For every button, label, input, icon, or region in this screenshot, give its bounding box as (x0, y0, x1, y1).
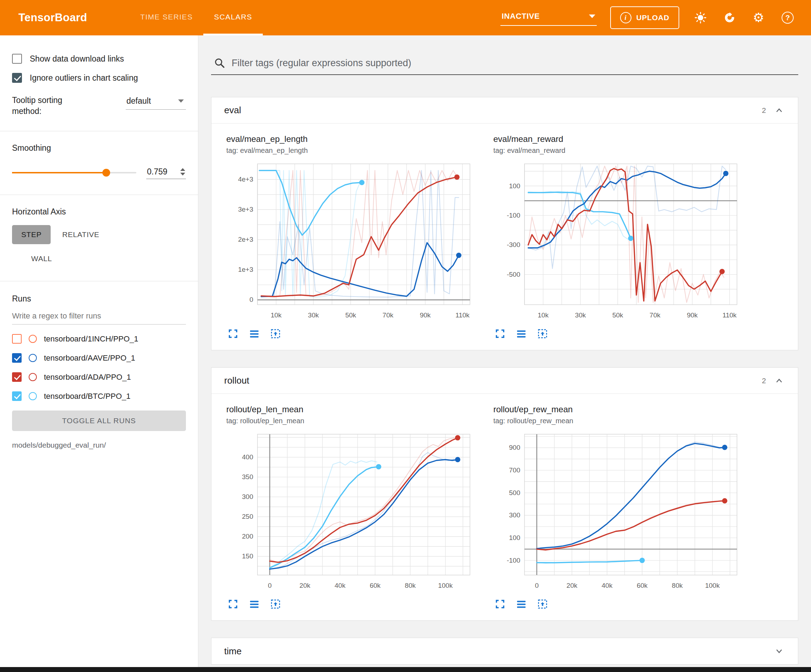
data-table-icon[interactable] (248, 328, 260, 340)
section-count: 2 (762, 106, 766, 115)
chart-title: eval/mean_ep_length (226, 134, 476, 144)
smoothing-slider-fill (12, 172, 106, 173)
svg-text:100k: 100k (705, 582, 720, 589)
show-download-links-checkbox[interactable] (12, 54, 22, 64)
collapse-chevron-icon[interactable] (773, 104, 785, 117)
tag-filter-input[interactable] (232, 58, 796, 69)
svg-text:30k: 30k (308, 311, 319, 319)
section-header[interactable]: eval 2 (211, 97, 798, 124)
smoothing-value-field[interactable]: 0.759 (146, 166, 186, 179)
axis-relative-button[interactable]: RELATIVE (53, 225, 109, 244)
tab-scalars[interactable]: SCALARS (203, 0, 263, 36)
smoothing-slider-knob[interactable] (102, 169, 110, 176)
app-header: TensorBoard TIME SERIES SCALARS INACTIVE… (0, 0, 811, 36)
svg-text:30k: 30k (575, 311, 586, 319)
ignore-outliers-checkbox[interactable] (12, 73, 22, 83)
svg-text:1e+3: 1e+3 (238, 266, 253, 273)
line-chart[interactable]: -100100300500700900020k40k60k80k100k (493, 428, 743, 595)
show-download-links-row[interactable]: Show data download links (12, 54, 186, 64)
svg-text:500: 500 (509, 489, 520, 496)
chart-eval-mean-ep-length: eval/mean_ep_length tag: eval/mean_ep_le… (226, 134, 476, 345)
runs-filter-input[interactable] (12, 306, 186, 325)
section-rollout: rollout 2 rollout/ep_len_mean tag: rollo… (211, 367, 798, 621)
fit-domain-icon[interactable] (270, 598, 282, 610)
toggle-all-runs-button[interactable]: TOGGLE ALL RUNS (12, 410, 186, 431)
info-icon: i (620, 12, 631, 24)
svg-text:150: 150 (242, 552, 253, 560)
checkbox-label: Ignore outliers in chart scaling (30, 73, 138, 83)
expand-chevron-icon[interactable] (773, 645, 785, 657)
svg-text:-500: -500 (507, 271, 520, 278)
fit-domain-icon[interactable] (270, 328, 282, 340)
search-icon (214, 58, 225, 69)
section-header[interactable]: rollout 2 (211, 368, 798, 394)
tooltip-sorting-dropdown[interactable]: default (126, 95, 186, 110)
run-row-ada[interactable]: tensorboard/ADA/PPO_1 (12, 372, 186, 382)
section-title: time (224, 646, 241, 657)
svg-text:-300: -300 (507, 241, 520, 249)
smoothing-label: Smoothing (12, 143, 186, 153)
svg-text:0: 0 (535, 582, 539, 589)
chart-rollout-ep-rew-mean: rollout/ep_rew_mean tag: rollout/ep_rew_… (493, 405, 743, 615)
run-row-aave[interactable]: tensorboard/AAVE/PPO_1 (12, 353, 186, 363)
data-table-icon[interactable] (248, 598, 260, 610)
run-color-swatch-icon (29, 373, 37, 381)
upload-button[interactable]: i UPLOAD (610, 7, 679, 29)
smoothing-slider[interactable] (12, 172, 136, 173)
smoothing-value: 0.759 (147, 167, 168, 176)
expand-chart-icon[interactable] (494, 328, 506, 340)
svg-text:250: 250 (242, 513, 253, 520)
checkbox-label: Show data download links (30, 54, 124, 64)
run-checkbox[interactable] (12, 391, 22, 401)
svg-text:50k: 50k (612, 311, 623, 319)
chart-tag: tag: eval/mean_ep_length (226, 147, 476, 155)
line-chart[interactable]: 100-100-300-50010k30k50k70k90k110k (493, 158, 743, 325)
fit-domain-icon[interactable] (536, 598, 548, 610)
expand-chart-icon[interactable] (494, 598, 506, 610)
chart-tag: tag: rollout/ep_rew_mean (493, 417, 743, 425)
run-checkbox[interactable] (12, 372, 22, 382)
svg-text:900: 900 (509, 444, 520, 451)
fit-domain-icon[interactable] (536, 328, 548, 340)
status-label: INACTIVE (502, 12, 540, 21)
run-row-btc[interactable]: tensorboard/BTC/PPO_1 (12, 391, 186, 401)
svg-text:3e+3: 3e+3 (238, 206, 253, 213)
settings-gear-icon[interactable]: ⚙ (751, 10, 766, 25)
data-table-icon[interactable] (515, 328, 527, 340)
runs-label: Runs (12, 294, 186, 304)
svg-text:10k: 10k (271, 311, 282, 319)
tab-time-series[interactable]: TIME SERIES (130, 0, 203, 36)
run-color-swatch-icon (29, 335, 37, 343)
run-row-1inch[interactable]: tensorboard/1INCH/PPO_1 (12, 334, 186, 344)
line-chart[interactable]: 150200250300350400020k40k60k80k100k (226, 428, 476, 595)
chart-title: rollout/ep_rew_mean (493, 405, 743, 415)
svg-text:10k: 10k (538, 311, 548, 319)
line-chart[interactable]: 01e+32e+33e+34e+310k30k50k70k90k110k (226, 158, 476, 325)
refresh-icon[interactable] (722, 10, 737, 25)
svg-text:300: 300 (509, 511, 520, 519)
horizontal-axis-label: Horizontal Axis (12, 207, 186, 217)
svg-text:4e+3: 4e+3 (238, 176, 253, 183)
svg-text:100: 100 (509, 534, 520, 542)
svg-text:50k: 50k (345, 311, 356, 319)
chart-eval-mean-reward: eval/mean_reward tag: eval/mean_reward 1… (493, 134, 743, 345)
svg-text:70k: 70k (650, 311, 660, 319)
data-table-icon[interactable] (515, 598, 527, 610)
chevron-down-icon (589, 15, 596, 18)
chart-title: eval/mean_reward (493, 134, 743, 144)
svg-text:70k: 70k (382, 311, 394, 319)
expand-chart-icon[interactable] (227, 328, 239, 340)
axis-step-button[interactable]: STEP (12, 225, 51, 244)
axis-wall-button[interactable]: WALL (22, 249, 61, 268)
run-checkbox[interactable] (12, 353, 22, 363)
brightness-icon[interactable] (693, 10, 708, 25)
section-header[interactable]: time (211, 638, 798, 664)
expand-chart-icon[interactable] (227, 598, 239, 610)
status-dropdown[interactable]: INACTIVE (501, 10, 597, 26)
chart-tag: tag: rollout/ep_len_mean (226, 417, 476, 425)
stepper-icon[interactable] (180, 168, 185, 176)
collapse-chevron-icon[interactable] (773, 375, 785, 387)
run-checkbox[interactable] (12, 334, 22, 344)
ignore-outliers-row[interactable]: Ignore outliers in chart scaling (12, 73, 186, 83)
help-icon[interactable]: ? (780, 10, 796, 25)
